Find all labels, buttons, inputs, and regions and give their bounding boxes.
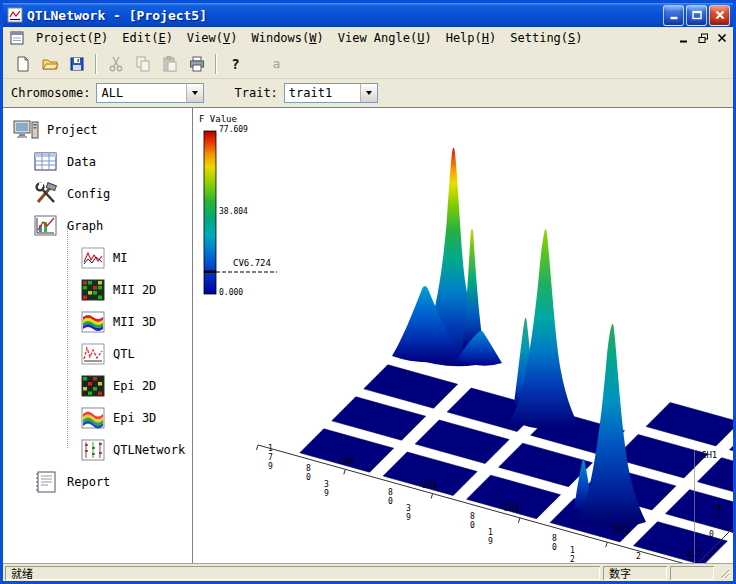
sidebar-item-qtl[interactable]: QTL bbox=[3, 338, 192, 370]
chromosome-axis-label: CH6 bbox=[339, 456, 355, 466]
axis-tick-label: 80 bbox=[550, 534, 558, 552]
sidebar-item-mi[interactable]: MI bbox=[3, 242, 192, 274]
maximize-icon bbox=[692, 10, 702, 20]
config-tools-icon bbox=[33, 182, 59, 206]
axis-tick-label: 80 bbox=[304, 464, 312, 482]
new-file-button[interactable] bbox=[10, 52, 35, 76]
menu-view-angle[interactable]: View Angle(U) bbox=[331, 29, 439, 47]
print-icon bbox=[188, 55, 206, 73]
letter-a-icon: a bbox=[273, 56, 281, 71]
sidebar-item-label: Epi 3D bbox=[113, 411, 156, 425]
menu-windows[interactable]: Windows(W) bbox=[244, 29, 330, 47]
close-button[interactable] bbox=[709, 5, 730, 26]
status-input-mode-text: 数字 bbox=[609, 566, 631, 580]
sidebar-item-label: QTLNetwork bbox=[113, 443, 185, 457]
application-window: QTLNetwork - [Project5] Project(P) Edit(… bbox=[0, 0, 736, 584]
menu-view[interactable]: View(V) bbox=[180, 29, 245, 47]
cv-marker bbox=[204, 271, 216, 274]
sidebar-item-mii-3d[interactable]: MII 3D bbox=[3, 306, 192, 338]
sidebar-item-data[interactable]: Data bbox=[3, 146, 192, 178]
status-ready-text: 就绪 bbox=[11, 566, 33, 580]
sidebar-tree: Project Data Config bbox=[3, 108, 193, 563]
qtl-chart-icon bbox=[81, 343, 105, 365]
chevron-down-icon bbox=[192, 91, 198, 95]
surface-plot-panel: F Value 77.609 38.804 0.000 CV6.724 CH6 … bbox=[193, 108, 733, 563]
axis-tick-label: 12 bbox=[568, 546, 576, 563]
help-icon: ? bbox=[231, 56, 239, 72]
new-file-icon bbox=[14, 55, 32, 73]
mdi-close-button[interactable] bbox=[713, 31, 731, 46]
sidebar-item-project[interactable]: Project bbox=[3, 114, 192, 146]
report-icon bbox=[33, 470, 59, 494]
mdi-minimize-button[interactable] bbox=[675, 31, 693, 46]
sidebar-item-report[interactable]: Report bbox=[3, 466, 192, 498]
heatmap-2d-icon bbox=[81, 279, 105, 301]
graph-icon bbox=[33, 214, 59, 238]
cv-threshold-label: CV6.724 bbox=[233, 258, 271, 268]
axis-tick-label: 2 bbox=[634, 552, 642, 561]
status-extra-cell bbox=[670, 566, 714, 580]
legend-title: F Value bbox=[199, 114, 237, 124]
chromosome-axis-label: CH3 bbox=[503, 503, 519, 513]
legend-min-label: 0.000 bbox=[219, 288, 243, 298]
mdi-restore-icon bbox=[698, 33, 709, 44]
copy-icon bbox=[134, 55, 152, 73]
document-icon bbox=[9, 30, 25, 46]
data-table-icon bbox=[33, 150, 59, 174]
axis-tick-label: 80 bbox=[386, 488, 394, 506]
copy-button bbox=[130, 52, 155, 76]
chromosome-axis-label: CH1 bbox=[613, 525, 629, 535]
surface-3d-icon bbox=[81, 407, 105, 429]
sidebar-item-graph[interactable]: Graph bbox=[3, 210, 192, 242]
surface-3d-icon bbox=[81, 311, 105, 333]
axis-tick-label: 0 bbox=[709, 530, 714, 540]
axis-tick-label: 179 bbox=[266, 444, 274, 471]
print-button[interactable] bbox=[184, 52, 209, 76]
project-icon bbox=[13, 118, 39, 142]
surface-plot-canvas bbox=[193, 108, 733, 563]
sidebar-item-qtlnetwork[interactable]: QTLNetwork bbox=[3, 434, 192, 466]
chromosome-dropdown-button[interactable] bbox=[186, 84, 203, 102]
legend-mid-label: 38.804 bbox=[219, 207, 248, 217]
minimize-icon bbox=[669, 10, 679, 20]
network-icon bbox=[81, 439, 105, 461]
chromosome-label: Chromosome: bbox=[11, 86, 90, 100]
main-area: Project Data Config bbox=[3, 107, 733, 563]
minimize-button[interactable] bbox=[663, 5, 684, 26]
status-ready-cell: 就绪 bbox=[5, 566, 600, 580]
menubar: Project(P) Edit(E) View(V) Windows(W) Vi… bbox=[3, 27, 733, 49]
sidebar-item-config[interactable]: Config bbox=[3, 178, 192, 210]
paste-button bbox=[157, 52, 182, 76]
sidebar-item-label: Graph bbox=[67, 219, 103, 233]
filter-bar: Chromosome: ALL Trait: trait1 bbox=[3, 79, 733, 107]
open-folder-icon bbox=[41, 55, 59, 73]
menu-edit[interactable]: Edit(E) bbox=[115, 29, 180, 47]
sidebar-item-mii-2d[interactable]: MII 2D bbox=[3, 274, 192, 306]
mdi-restore-button[interactable] bbox=[694, 31, 712, 46]
sidebar-item-label: QTL bbox=[113, 347, 135, 361]
open-file-button[interactable] bbox=[37, 52, 62, 76]
paste-icon bbox=[161, 55, 179, 73]
mdi-close-icon bbox=[717, 33, 727, 43]
chromosome-selected-value: ALL bbox=[97, 84, 186, 102]
sidebar-item-label: MII 3D bbox=[113, 315, 156, 329]
sidebar-item-epi-2d[interactable]: Epi 2D bbox=[3, 370, 192, 402]
menu-setting[interactable]: Setting(S) bbox=[503, 29, 589, 47]
chromosome-select[interactable]: ALL bbox=[96, 83, 204, 103]
save-button[interactable] bbox=[64, 52, 89, 76]
resize-grip[interactable] bbox=[717, 566, 731, 580]
sidebar-item-epi-3d[interactable]: Epi 3D bbox=[3, 402, 192, 434]
axis-tick-label: 55 bbox=[715, 504, 723, 522]
save-icon bbox=[68, 55, 86, 73]
sidebar-item-label: MII 2D bbox=[113, 283, 156, 297]
sidebar-item-label: Report bbox=[67, 475, 110, 489]
maximize-button[interactable] bbox=[686, 5, 707, 26]
help-button[interactable]: ? bbox=[223, 52, 248, 76]
heatmap-2d-icon bbox=[81, 375, 105, 397]
window-title: QTLNetwork - [Project5] bbox=[27, 8, 661, 23]
menu-project[interactable]: Project(P) bbox=[29, 29, 115, 47]
trait-dropdown-button[interactable] bbox=[360, 84, 377, 102]
menu-help[interactable]: Help(H) bbox=[439, 29, 504, 47]
titlebar: QTLNetwork - [Project5] bbox=[3, 3, 733, 27]
trait-select[interactable]: trait1 bbox=[284, 83, 378, 103]
